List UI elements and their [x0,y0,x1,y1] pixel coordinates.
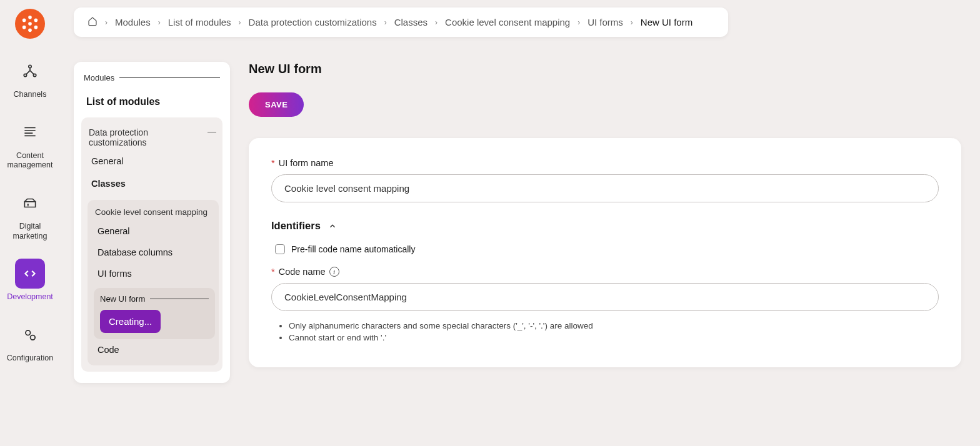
hint-item: Cannot start or end with '.' [289,333,939,342]
main-sidebar: Channels Content management Digital mark… [0,0,60,446]
panel-heading: Modules [81,73,222,82]
breadcrumb: › Modules › List of modules › Data prote… [74,7,728,37]
form-card: *UI form name Identifiers Pre-fill code … [249,138,961,367]
ui-form-name-label: *UI form name [271,158,939,168]
tree-list-of-modules[interactable]: List of modules [81,91,222,114]
required-marker: * [271,267,275,277]
nav-channels[interactable]: Channels [5,56,55,100]
content-icon [22,124,38,141]
required-marker: * [271,158,275,168]
tree-cookie-level[interactable]: Cookie level consent mapping [94,205,215,221]
tree-code[interactable]: Code [94,339,215,360]
page-title: New UI form [249,62,961,76]
hint-item: Only alphanumeric characters and some sp… [289,321,939,330]
breadcrumb-item[interactable]: Cookie level consent mapping [445,17,570,27]
collapse-icon [208,132,216,132]
prefill-label: Pre-fill code name automatically [291,244,415,254]
development-icon [22,265,38,282]
nav-content-management[interactable]: Content management [5,117,55,171]
nav-configuration[interactable]: Configuration [5,320,55,364]
tree-classes[interactable]: Classes [88,172,219,195]
channels-icon [22,63,38,79]
tree-label: Cookie level consent mapping [95,207,208,217]
label-text: UI form name [279,158,334,168]
nav-digital-marketing[interactable]: Digital marketing [5,188,55,241]
nav-label: Development [7,292,53,302]
svg-point-7 [29,65,31,67]
tree-label: Data protection customizations [89,127,208,147]
svg-point-6 [34,26,38,29]
nav-label: Content management [5,151,55,171]
nav-label: Channels [14,90,47,100]
svg-point-5 [22,26,26,29]
svg-point-4 [34,19,38,22]
svg-point-0 [28,22,32,26]
info-icon[interactable]: i [329,267,339,277]
chevron-right-icon: › [105,18,108,27]
chevron-right-icon: › [158,18,161,27]
ui-form-name-input[interactable] [271,174,939,202]
chevron-right-icon: › [435,18,438,27]
breadcrumb-item-current: New UI form [641,17,692,27]
code-name-input[interactable] [271,283,939,311]
logo[interactable] [15,9,45,39]
svg-point-11 [31,335,36,340]
tree-general[interactable]: General [88,150,219,172]
section-title: Identifiers [271,220,321,232]
nav-development[interactable]: Development [5,259,55,302]
creating-button[interactable]: Creating... [100,310,161,333]
svg-point-1 [28,16,32,19]
prefill-checkbox-row: Pre-fill code name automatically [271,244,939,254]
breadcrumb-item[interactable]: UI forms [588,17,623,27]
chevron-right-icon: › [384,18,387,27]
code-name-label: *Code name i [271,267,939,277]
breadcrumb-item[interactable]: Modules [115,17,151,27]
breadcrumb-item[interactable]: List of modules [168,17,231,27]
identifiers-section-header[interactable]: Identifiers [271,220,939,232]
modules-panel: Modules List of modules Data protection … [74,62,230,383]
logo-icon [21,14,39,33]
tree-label: New UI form [100,294,145,304]
breadcrumb-item[interactable]: Data protection customizations [249,17,377,27]
tree-new-ui-form: New UI form [100,294,209,304]
nav-label: Configuration [7,354,53,364]
code-name-hints: Only alphanumeric characters and some sp… [289,321,939,342]
label-text: Code name [279,267,326,277]
svg-point-2 [28,29,32,32]
chevron-up-icon [328,222,337,230]
save-button[interactable]: SAVE [249,92,304,117]
tree-inner-general[interactable]: General [94,221,215,242]
chevron-right-icon: › [239,18,241,27]
tree-ui-forms[interactable]: UI forms [94,263,215,284]
configuration-icon [22,327,38,343]
chevron-right-icon: › [631,18,633,27]
chevron-right-icon: › [578,18,580,27]
tree-data-protection[interactable]: Data protection customizations [88,124,219,150]
prefill-checkbox[interactable] [275,244,285,254]
tree-database-columns[interactable]: Database columns [94,242,215,263]
marketing-icon [22,195,38,211]
home-icon[interactable] [88,16,98,28]
svg-point-10 [26,330,31,335]
breadcrumb-item[interactable]: Classes [394,17,428,27]
nav-label: Digital marketing [5,222,55,241]
svg-point-3 [22,19,26,22]
